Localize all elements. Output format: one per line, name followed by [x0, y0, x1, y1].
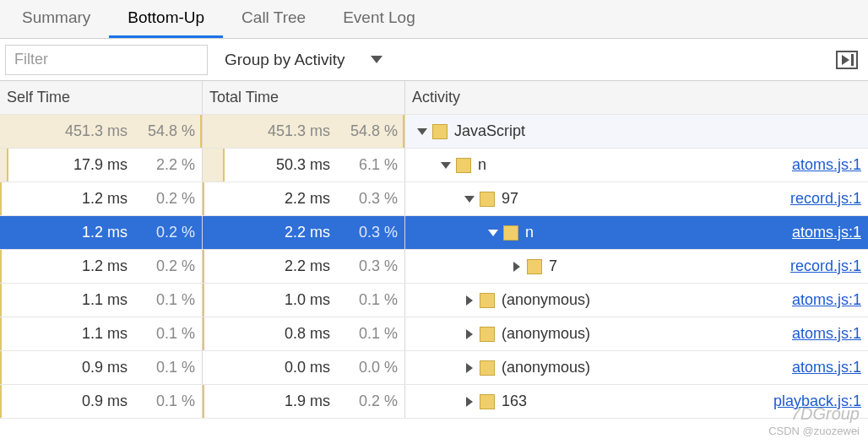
play-next-icon[interactable]: [836, 51, 858, 69]
table-row[interactable]: 1.1 ms0.1 %1.0 ms0.1 %(anonymous)atoms.j…: [0, 284, 868, 317]
tab-bar: Summary Bottom-Up Call Tree Event Log: [0, 0, 868, 39]
filter-input[interactable]: [5, 45, 208, 75]
table-row[interactable]: 0.9 ms0.1 %0.0 ms0.0 %(anonymous)atoms.j…: [0, 351, 868, 385]
category-swatch-icon: [432, 124, 448, 139]
cell-self-time: 1.1 ms0.1 %: [0, 284, 203, 317]
table-row[interactable]: 1.2 ms0.2 %2.2 ms0.3 %7record.js:1: [0, 250, 868, 284]
total-time-value: 0.8 ms: [249, 325, 340, 343]
cell-activity: (anonymous)atoms.js:1: [405, 284, 868, 317]
total-pct-value: 0.3 %: [340, 257, 398, 275]
tab-summary[interactable]: Summary: [3, 0, 109, 38]
chevron-right-icon[interactable]: [466, 295, 473, 306]
cell-activity: natoms.js:1: [405, 216, 868, 249]
tab-call-tree[interactable]: Call Tree: [223, 0, 324, 38]
cell-total-time: 0.0 ms0.0 %: [203, 351, 405, 384]
source-link[interactable]: atoms.js:1: [792, 359, 861, 376]
self-time-value: 17.9 ms: [46, 156, 138, 174]
chevron-right-icon[interactable]: [513, 262, 520, 272]
self-time-value: 451.3 ms: [46, 122, 138, 140]
activity-label: (anonymous): [502, 325, 590, 343]
self-time-value: 0.9 ms: [46, 393, 138, 410]
activity-label: (anonymous): [502, 359, 590, 376]
category-swatch-icon: [527, 259, 542, 274]
tab-event-log[interactable]: Event Log: [324, 0, 434, 38]
cell-total-time: 2.2 ms0.3 %: [203, 250, 405, 283]
category-swatch-icon: [480, 394, 495, 409]
activity-label: (anonymous): [502, 291, 590, 309]
activity-label: n: [478, 156, 486, 174]
activity-label: JavaScript: [454, 122, 525, 140]
source-link[interactable]: atoms.js:1: [792, 224, 861, 241]
self-time-value: 0.9 ms: [46, 359, 138, 376]
cell-self-time: 1.1 ms0.1 %: [0, 317, 203, 350]
activity-label: n: [525, 224, 534, 241]
self-time-value: 1.2 ms: [46, 257, 138, 275]
table-row[interactable]: 1.2 ms0.2 %2.2 ms0.3 %natoms.js:1: [0, 216, 868, 250]
total-time-value: 50.3 ms: [249, 156, 340, 174]
category-swatch-icon: [480, 293, 495, 308]
source-link[interactable]: record.js:1: [790, 257, 861, 275]
category-swatch-icon: [480, 327, 495, 342]
profile-table: Self Time Total Time Activity 451.3 ms54…: [0, 81, 868, 419]
source-link[interactable]: atoms.js:1: [792, 291, 861, 309]
category-swatch-icon: [480, 192, 495, 207]
cell-activity: 163playback.js:1: [405, 385, 868, 418]
cell-total-time: 2.2 ms0.3 %: [203, 216, 405, 249]
cell-activity: 97record.js:1: [405, 182, 868, 215]
self-pct-value: 0.1 %: [138, 393, 195, 410]
total-time-value: 0.0 ms: [249, 359, 340, 376]
table-row[interactable]: 17.9 ms2.2 %50.3 ms6.1 %natoms.js:1: [0, 149, 868, 182]
cell-activity: JavaScript: [405, 115, 868, 148]
cell-activity: 7record.js:1: [405, 250, 868, 283]
total-time-value: 1.9 ms: [249, 393, 340, 410]
chevron-right-icon[interactable]: [466, 363, 473, 373]
chevron-down-icon[interactable]: [417, 128, 427, 135]
self-pct-value: 54.8 %: [138, 122, 195, 140]
self-time-value: 1.1 ms: [46, 325, 138, 343]
cell-self-time: 0.9 ms0.1 %: [0, 351, 203, 384]
source-link[interactable]: atoms.js:1: [792, 156, 861, 174]
total-pct-value: 0.0 %: [340, 359, 398, 376]
header-total-time[interactable]: Total Time: [203, 81, 405, 114]
self-pct-value: 0.2 %: [138, 190, 195, 208]
total-pct-value: 6.1 %: [340, 156, 398, 174]
category-swatch-icon: [480, 360, 495, 376]
self-time-value: 1.2 ms: [46, 190, 138, 208]
total-pct-value: 0.3 %: [340, 224, 398, 241]
header-self-time[interactable]: Self Time: [0, 81, 203, 114]
chevron-down-icon[interactable]: [464, 196, 475, 203]
source-link[interactable]: playback.js:1: [773, 393, 861, 410]
self-pct-value: 0.2 %: [138, 224, 195, 241]
table-row[interactable]: 0.9 ms0.1 %1.9 ms0.2 %163playback.js:1: [0, 385, 868, 419]
self-pct-value: 0.1 %: [138, 325, 195, 343]
total-time-value: 451.3 ms: [249, 122, 340, 140]
cell-self-time: 0.9 ms0.1 %: [0, 385, 203, 418]
cell-self-time: 1.2 ms0.2 %: [0, 182, 203, 215]
activity-label: 7: [549, 257, 557, 275]
source-link[interactable]: atoms.js:1: [792, 325, 861, 343]
table-row[interactable]: 1.2 ms0.2 %2.2 ms0.3 %97record.js:1: [0, 182, 868, 216]
source-link[interactable]: record.js:1: [790, 190, 861, 208]
chevron-down-icon[interactable]: [488, 230, 498, 236]
category-swatch-icon: [456, 158, 471, 173]
table-row[interactable]: 1.1 ms0.1 %0.8 ms0.1 %(anonymous)atoms.j…: [0, 317, 868, 351]
group-by-select[interactable]: Group by Activity: [214, 47, 393, 73]
total-time-value: 2.2 ms: [249, 190, 340, 208]
cell-activity: natoms.js:1: [405, 149, 868, 181]
total-time-value: 1.0 ms: [249, 291, 340, 309]
toolbar: Group by Activity: [0, 39, 868, 81]
total-pct-value: 54.8 %: [340, 122, 398, 140]
self-time-value: 1.1 ms: [46, 291, 138, 309]
cell-activity: (anonymous)atoms.js:1: [405, 317, 868, 350]
chevron-down-icon[interactable]: [441, 162, 451, 169]
table-row[interactable]: 451.3 ms54.8 %451.3 ms54.8 %JavaScript: [0, 115, 868, 149]
total-pct-value: 0.1 %: [340, 291, 398, 309]
chevron-right-icon[interactable]: [466, 397, 473, 407]
chevron-right-icon[interactable]: [466, 329, 473, 339]
tab-bottom-up[interactable]: Bottom-Up: [109, 0, 223, 38]
header-activity[interactable]: Activity: [405, 81, 868, 114]
self-pct-value: 2.2 %: [138, 156, 195, 174]
self-pct-value: 0.1 %: [138, 291, 195, 309]
category-swatch-icon: [503, 225, 518, 241]
cell-self-time: 17.9 ms2.2 %: [0, 149, 203, 181]
